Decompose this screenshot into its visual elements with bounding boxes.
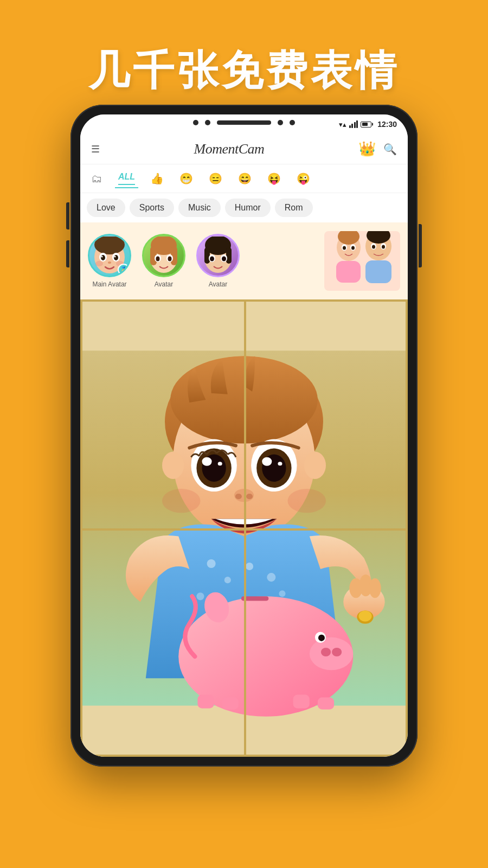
svg-rect-21 (204, 247, 210, 264)
kid-illustration-svg (80, 299, 408, 757)
avatars-section: 🏅 Main Avatar (80, 222, 408, 299)
search-icon[interactable]: 🔍 (383, 143, 397, 156)
tab-tongue[interactable]: 😜 (292, 170, 314, 187)
header-right: 👑 🔍 (358, 141, 397, 157)
svg-rect-30 (336, 261, 361, 283)
couple-svg (324, 231, 400, 291)
favorites-icon: 🗂 (91, 173, 102, 185)
svg-point-46 (162, 452, 184, 479)
svg-point-7 (114, 256, 116, 258)
avatar-face-svg-3 (199, 237, 237, 275)
sensor-dot (278, 120, 283, 125)
avatar-2[interactable]: Avatar (142, 234, 185, 288)
app-logo: MomentCam (194, 141, 265, 157)
svg-point-80 (310, 637, 354, 670)
vip-crown-icon[interactable]: 👑 (358, 141, 376, 157)
svg-point-32 (343, 246, 346, 250)
tab-neutral[interactable]: 😑 (204, 170, 226, 187)
hamburger-menu-icon[interactable]: ☰ (91, 143, 100, 155)
filter-chips: Love Sports Music Humor Rom (80, 193, 408, 222)
battery-icon (361, 122, 371, 127)
svg-point-66 (267, 573, 275, 582)
svg-point-63 (207, 559, 216, 568)
svg-point-52 (218, 462, 222, 465)
avatar-3[interactable]: Avatar (196, 234, 240, 288)
svg-rect-77 (222, 698, 239, 710)
smile-icon: 😁 (179, 172, 193, 185)
svg-point-68 (279, 590, 285, 597)
phone-outer: ▾▴ 12:30 ☰ M (70, 105, 418, 767)
chip-romance-label: Rom (285, 203, 303, 212)
tab-favorites[interactable]: 🗂 (86, 170, 107, 187)
svg-point-60 (246, 494, 253, 499)
avatar-circle-3 (196, 234, 240, 277)
svg-point-26 (222, 257, 226, 261)
tab-thumbsup[interactable]: 👍 (146, 170, 168, 187)
power-button (419, 224, 422, 267)
svg-point-4 (101, 256, 103, 258)
svg-rect-22 (226, 247, 232, 264)
app-header: ☰ MomentCam 👑 🔍 (80, 134, 408, 164)
svg-point-41 (382, 245, 385, 249)
svg-point-59 (235, 494, 242, 499)
svg-rect-85 (241, 596, 268, 601)
svg-point-3 (101, 255, 105, 260)
svg-point-6 (114, 255, 118, 260)
avatar-2-label: Avatar (155, 280, 173, 288)
svg-point-24 (210, 257, 214, 261)
tab-all[interactable]: ALL (115, 169, 138, 188)
svg-point-61 (162, 489, 200, 513)
svg-point-84 (318, 635, 325, 641)
camera-dot (290, 120, 295, 125)
chip-music[interactable]: Music (178, 199, 221, 217)
volume-up-button (66, 202, 69, 229)
tab-all-label: ALL (118, 172, 135, 185)
tab-wink[interactable]: 😝 (263, 170, 285, 187)
phone-mockup: ▾▴ 12:30 ☰ M (0, 99, 488, 767)
chip-sports[interactable]: Sports (130, 199, 174, 217)
chip-romance[interactable]: Rom (275, 199, 313, 217)
svg-point-62 (288, 489, 326, 513)
svg-point-56 (262, 457, 272, 466)
svg-point-72 (369, 578, 381, 598)
avatar-face-svg-2 (145, 237, 183, 275)
svg-point-16 (156, 257, 160, 261)
tongue-icon: 😜 (297, 172, 310, 185)
svg-rect-79 (318, 698, 334, 710)
emoji-tabs: 🗂 ALL 👍 😁 😑 😄 😝 (80, 164, 408, 193)
svg-point-47 (304, 452, 326, 479)
laugh-icon: 😄 (238, 172, 252, 185)
avatar-badge: 🏅 (118, 264, 130, 276)
svg-point-64 (224, 577, 231, 583)
svg-rect-78 (293, 695, 310, 709)
svg-rect-37 (365, 260, 391, 283)
tab-smile[interactable]: 😁 (175, 170, 197, 187)
front-camera-dot (193, 120, 198, 125)
chip-humor[interactable]: Humor (225, 199, 271, 217)
svg-point-39 (372, 245, 375, 249)
svg-rect-76 (197, 695, 214, 709)
svg-point-18 (168, 257, 172, 261)
svg-point-81 (321, 648, 331, 656)
svg-point-57 (278, 462, 282, 465)
wink-icon: 😝 (267, 172, 281, 185)
svg-point-74 (358, 611, 371, 622)
speaker-dot (205, 120, 210, 125)
svg-point-67 (196, 592, 204, 600)
couple-preview (251, 231, 400, 291)
avatar-main[interactable]: 🏅 Main Avatar (88, 234, 131, 288)
thumbsup-icon: 👍 (150, 172, 164, 185)
avatar-3-label: Avatar (209, 280, 227, 288)
hero-text: 几千张免费表情 (0, 43, 488, 99)
svg-point-51 (202, 457, 211, 466)
phone-screen: ▾▴ 12:30 ☰ M (80, 114, 408, 757)
chip-love[interactable]: Love (87, 199, 125, 217)
avatar-main-label: Main Avatar (92, 280, 126, 288)
hero-section: 几千张免费表情 (0, 0, 488, 99)
avatar-circle-main: 🏅 (88, 234, 131, 277)
battery-fill (362, 123, 368, 126)
speaker-bar (217, 120, 271, 125)
svg-point-9 (95, 261, 103, 266)
svg-point-34 (351, 246, 355, 250)
tab-laugh[interactable]: 😄 (234, 170, 255, 187)
